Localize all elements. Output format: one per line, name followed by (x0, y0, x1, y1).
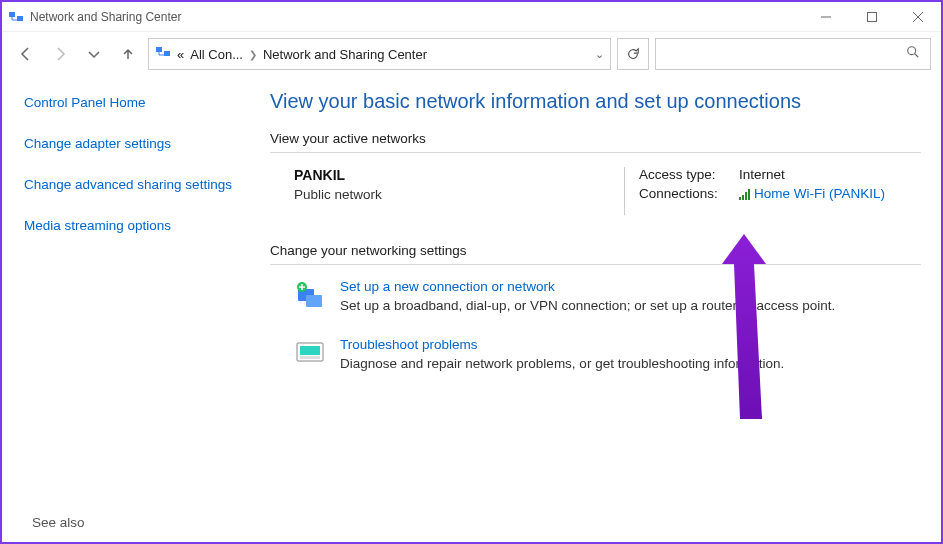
back-button[interactable] (12, 40, 40, 68)
breadcrumb-prefix: « (177, 47, 184, 62)
see-also-label: See also (32, 515, 85, 530)
search-input[interactable] (655, 38, 931, 70)
forward-button[interactable] (46, 40, 74, 68)
recent-dropdown[interactable] (80, 40, 108, 68)
connections-label: Connections: (639, 186, 739, 201)
vertical-divider (624, 167, 625, 215)
setup-connection-item: Set up a new connection or network Set u… (270, 279, 921, 313)
svg-rect-11 (306, 295, 322, 307)
troubleshoot-item: Troubleshoot problems Diagnose and repai… (270, 337, 921, 371)
address-bar[interactable]: « All Con... ❯ Network and Sharing Cente… (148, 38, 611, 70)
troubleshoot-link[interactable]: Troubleshoot problems (340, 337, 784, 352)
svg-point-8 (908, 47, 916, 55)
titlebar: Network and Sharing Center (2, 2, 941, 32)
navbar: « All Con... ❯ Network and Sharing Cente… (2, 32, 941, 76)
window-controls (803, 2, 941, 32)
page-heading: View your basic network information and … (270, 90, 921, 113)
setup-connection-icon (294, 279, 326, 311)
connection-name: Home Wi-Fi (PANKIL) (754, 186, 885, 201)
network-sharing-icon (8, 9, 24, 25)
svg-rect-15 (300, 356, 320, 359)
content: Control Panel Home Change adapter settin… (2, 76, 941, 542)
sidebar-adapter-link[interactable]: Change adapter settings (24, 135, 240, 154)
address-dropdown-icon[interactable]: ⌄ (595, 48, 604, 61)
chevron-right-icon[interactable]: ❯ (249, 49, 257, 60)
setup-connection-desc: Set up a broadband, dial-up, or VPN conn… (340, 298, 835, 313)
minimize-button[interactable] (803, 2, 849, 32)
maximize-button[interactable] (849, 2, 895, 32)
sidebar: Control Panel Home Change adapter settin… (2, 76, 262, 542)
troubleshoot-desc: Diagnose and repair network problems, or… (340, 356, 784, 371)
address-icon (155, 44, 171, 64)
sidebar-advanced-link[interactable]: Change advanced sharing settings (24, 176, 240, 195)
svg-rect-0 (9, 12, 15, 17)
svg-rect-14 (300, 346, 320, 355)
network-name: PANKIL (294, 167, 624, 183)
change-settings-label: Change your networking settings (270, 243, 921, 258)
svg-rect-6 (156, 47, 162, 52)
main-panel: View your basic network information and … (262, 76, 941, 542)
setup-connection-link[interactable]: Set up a new connection or network (340, 279, 835, 294)
sidebar-media-link[interactable]: Media streaming options (24, 217, 240, 236)
sidebar-home-link[interactable]: Control Panel Home (24, 94, 240, 113)
breadcrumb-current[interactable]: Network and Sharing Center (263, 47, 427, 62)
window-title: Network and Sharing Center (30, 10, 803, 24)
breadcrumb-root[interactable]: All Con... (190, 47, 243, 62)
network-type: Public network (294, 187, 624, 202)
wifi-signal-icon (739, 188, 750, 200)
divider (270, 152, 921, 153)
divider (270, 264, 921, 265)
up-button[interactable] (114, 40, 142, 68)
access-type-label: Access type: (639, 167, 739, 182)
active-networks-label: View your active networks (270, 131, 921, 146)
refresh-button[interactable] (617, 38, 649, 70)
access-type-value: Internet (739, 167, 785, 182)
svg-line-9 (915, 54, 919, 58)
active-network-row: PANKIL Public network Access type: Inter… (270, 167, 921, 215)
troubleshoot-icon (294, 337, 326, 369)
search-icon (906, 45, 920, 63)
close-button[interactable] (895, 2, 941, 32)
connection-link[interactable]: Home Wi-Fi (PANKIL) (739, 186, 885, 201)
svg-rect-3 (868, 12, 877, 21)
